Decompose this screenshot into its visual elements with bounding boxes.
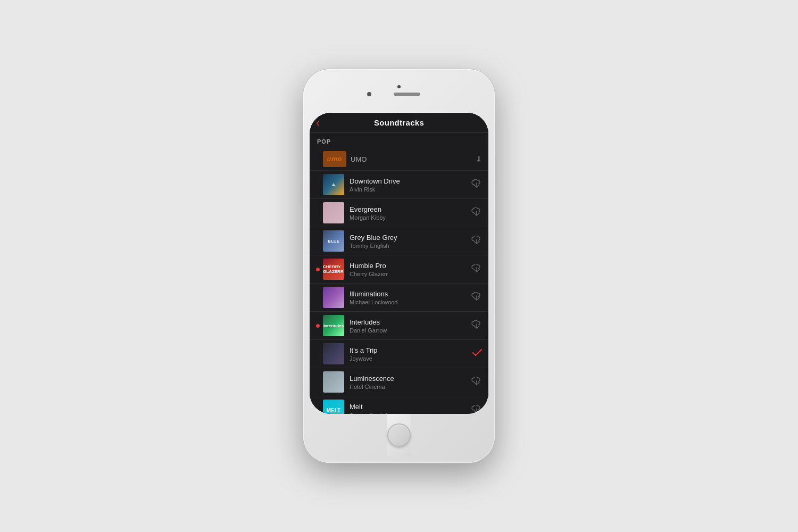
section-label: POP	[317, 138, 331, 145]
phone-screen: ‹ Soundtracks POP umo UMO ⬇ ADowntown Dr…	[310, 113, 488, 414]
camera-lens	[367, 92, 371, 96]
dot-indicator	[316, 268, 320, 271]
track-info: InterludesDaniel Garrow	[350, 318, 467, 334]
list-item[interactable]: MELTMeltTommy English	[310, 396, 488, 414]
list-item[interactable]: EvergreenMorgan Kibby	[310, 199, 488, 227]
app-screen: ‹ Soundtracks POP umo UMO ⬇ ADowntown Dr…	[310, 113, 488, 414]
home-button[interactable]	[387, 423, 411, 447]
track-info: Downtown DriveAlvin Risk	[350, 177, 467, 193]
section-header: POP	[310, 133, 488, 148]
back-button[interactable]: ‹	[316, 117, 320, 129]
phone-frame: ‹ Soundtracks POP umo UMO ⬇ ADowntown Dr…	[303, 69, 495, 463]
track-info: Grey Blue GreyTommy English	[350, 234, 467, 249]
cloud-download-icon[interactable]	[471, 292, 482, 303]
album-art	[323, 343, 344, 364]
track-artist: Morgan Kibby	[350, 214, 467, 221]
cloud-download-icon[interactable]	[471, 264, 482, 275]
dot-indicator	[316, 324, 320, 328]
track-info: EvergreenMorgan Kibby	[350, 205, 467, 221]
front-camera	[397, 85, 401, 88]
umo-label: UMO	[351, 155, 471, 163]
track-rows: ADowntown DriveAlvin Risk EvergreenMorga…	[310, 171, 488, 414]
list-item[interactable]: umo UMO ⬇	[310, 148, 488, 171]
list-item[interactable]: It's a TripJoywave	[310, 340, 488, 368]
list-item[interactable]: BLUEGrey Blue GreyTommy English	[310, 227, 488, 255]
track-title: Interludes	[350, 318, 467, 326]
track-title: It's a Trip	[350, 346, 468, 354]
list-item[interactable]: CHERRY GLAZERRHumble ProCherry Glazerr	[310, 255, 488, 284]
track-title: Illuminations	[350, 290, 467, 298]
album-art: BLUE	[323, 230, 344, 252]
speaker-grille	[394, 93, 420, 96]
app-header: ‹ Soundtracks	[310, 113, 488, 133]
track-artist: Alvin Risk	[350, 186, 467, 193]
umo-badge: umo	[323, 151, 346, 167]
tracks-list[interactable]: umo UMO ⬇ ADowntown DriveAlvin Risk Ever…	[310, 148, 488, 414]
cloud-download-icon[interactable]	[471, 179, 482, 190]
track-info: Humble ProCherry Glazerr	[350, 262, 467, 277]
album-art	[323, 202, 344, 223]
screen-title: Soundtracks	[374, 118, 424, 127]
track-info: MeltTommy English	[350, 403, 467, 414]
checkmark-icon[interactable]	[472, 349, 482, 359]
track-artist: Daniel Garrow	[350, 327, 467, 334]
download-arrow-icon[interactable]: ⬇	[476, 155, 482, 163]
track-title: Humble Pro	[350, 262, 467, 270]
album-art: CHERRY GLAZERR	[323, 259, 344, 280]
album-art	[323, 371, 344, 393]
track-artist: Cherry Glazerr	[350, 271, 467, 277]
album-art: MELT	[323, 400, 344, 414]
track-title: Downtown Drive	[350, 177, 467, 185]
track-info: IlluminationsMichael Lockwood	[350, 290, 467, 305]
track-title: Melt	[350, 403, 467, 411]
cloud-download-icon[interactable]	[471, 236, 482, 246]
cloud-download-icon[interactable]	[471, 405, 482, 414]
track-artist: Joywave	[350, 355, 468, 362]
track-artist: Michael Lockwood	[350, 299, 467, 305]
list-item[interactable]: ADowntown DriveAlvin Risk	[310, 171, 488, 199]
track-info: It's a TripJoywave	[350, 346, 468, 362]
album-art: A	[323, 174, 344, 195]
track-artist: Tommy English	[350, 412, 467, 414]
track-artist: Tommy English	[350, 243, 467, 249]
list-item[interactable]: LuminescenceHotel Cinema	[310, 368, 488, 396]
album-art	[323, 287, 344, 308]
track-title: Grey Blue Grey	[350, 234, 467, 242]
bottom-bezel	[387, 414, 411, 456]
track-info: LuminescenceHotel Cinema	[350, 375, 467, 390]
track-title: Evergreen	[350, 205, 467, 213]
track-title: Luminescence	[350, 375, 467, 383]
cloud-download-icon[interactable]	[471, 320, 482, 331]
track-artist: Hotel Cinema	[350, 384, 467, 390]
album-art: Interludes	[323, 315, 344, 336]
cloud-download-icon[interactable]	[471, 207, 482, 218]
list-item[interactable]: IlluminationsMichael Lockwood	[310, 284, 488, 312]
cloud-download-icon[interactable]	[471, 377, 482, 387]
list-item[interactable]: InterludesInterludesDaniel Garrow	[310, 312, 488, 340]
